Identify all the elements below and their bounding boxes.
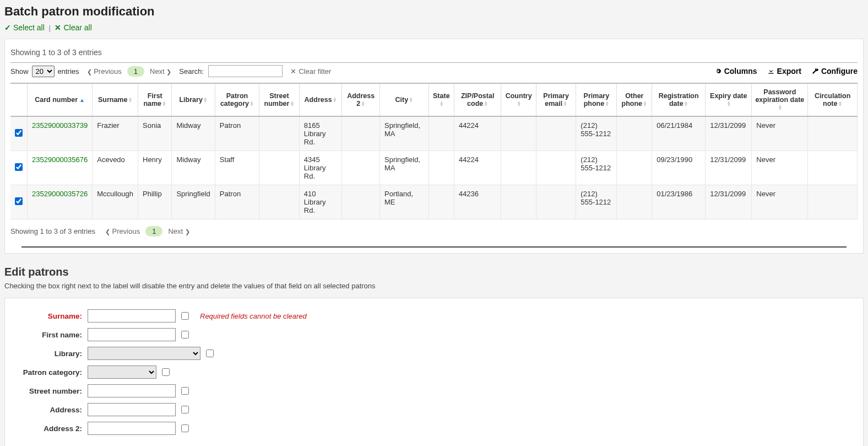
first-name-input[interactable]	[88, 328, 176, 341]
patron-category-label: Patron category:	[16, 368, 82, 377]
header-surname[interactable]: Surname▲▼	[93, 83, 138, 116]
cell-circulation-note	[808, 185, 858, 219]
cell-password-expiration: Never	[752, 116, 808, 151]
cell-address: 8165 Library Rd.	[299, 116, 342, 151]
header-password-expiration[interactable]: Password expiration date▲▼	[752, 83, 808, 116]
wrench-icon	[811, 67, 819, 75]
table-row: 23529000033739FrazierSoniaMidwayPatron81…	[10, 116, 858, 151]
cell-surname: Acevedo	[93, 151, 138, 185]
x-icon: ✕	[55, 23, 61, 32]
library-select[interactable]	[88, 347, 200, 360]
card-number-link[interactable]: 23529000035676	[32, 155, 88, 164]
gear-icon	[714, 67, 722, 75]
next-button-bottom[interactable]: Next ❯	[168, 227, 189, 235]
cell-country	[501, 151, 536, 185]
show-entries-select[interactable]: 20	[32, 66, 55, 77]
sort-icon: ▲▼	[128, 98, 132, 103]
header-zip[interactable]: ZIP/Postal code▲▼	[454, 83, 501, 116]
previous-button[interactable]: ❮ Previous	[87, 67, 122, 76]
header-address-2[interactable]: Address 2▲▼	[342, 83, 380, 116]
select-all-link[interactable]: ✓Select all	[4, 23, 45, 32]
street-number-disable-checkbox[interactable]	[181, 387, 189, 395]
cell-patron-category: Patron	[215, 116, 259, 151]
patrons-table: Card number▲ Surname▲▼ First name▲▼ Libr…	[10, 83, 858, 219]
cell-zip: 44236	[454, 185, 501, 219]
export-button[interactable]: Export	[767, 67, 801, 76]
cell-surname: Mccullough	[93, 185, 138, 219]
next-button[interactable]: Next ❯	[150, 67, 171, 76]
cell-library: Springfield	[172, 185, 215, 219]
cell-state	[428, 151, 454, 185]
card-number-link[interactable]: 23529000035726	[32, 190, 88, 198]
street-number-input[interactable]	[88, 384, 176, 397]
chevron-right-icon: ❯	[166, 68, 171, 75]
address-input[interactable]	[88, 403, 176, 416]
header-patron-category[interactable]: Patron category▲▼	[215, 83, 259, 116]
table-row: 23529000035726McculloughPhillipSpringfie…	[10, 185, 858, 219]
header-street-number[interactable]: Street number▲▼	[259, 83, 300, 116]
clear-all-label: Clear all	[63, 23, 91, 32]
cell-other-phone	[617, 151, 652, 185]
header-address[interactable]: Address▲▼	[299, 83, 342, 116]
cell-address-2	[342, 185, 380, 219]
sort-icon: ▲▼	[643, 101, 647, 107]
cell-patron-category: Patron	[215, 185, 259, 219]
patron-category-disable-checkbox[interactable]	[162, 368, 170, 376]
cell-registration-date: 01/23/1986	[652, 185, 706, 219]
header-registration-date[interactable]: Registration date▲▼	[652, 83, 706, 116]
header-first-name[interactable]: First name▲▼	[138, 83, 172, 116]
configure-button[interactable]: Configure	[811, 67, 858, 76]
cell-zip: 44224	[454, 116, 501, 151]
header-primary-phone[interactable]: Primary phone▲▼	[576, 83, 617, 116]
header-state[interactable]: State▲▼	[428, 83, 454, 116]
cell-address-2	[342, 116, 380, 151]
card-number-link[interactable]: 23529000033739	[32, 121, 88, 130]
search-label: Search:	[179, 67, 204, 76]
header-country[interactable]: Country▲▼	[501, 83, 536, 116]
clear-all-link[interactable]: ✕Clear all	[55, 23, 91, 32]
previous-button-bottom[interactable]: ❮ Previous	[105, 227, 140, 235]
row-checkbox[interactable]	[15, 197, 23, 205]
row-checkbox[interactable]	[15, 129, 23, 137]
chevron-left-icon: ❮	[105, 228, 110, 235]
header-city[interactable]: City▲▼	[380, 83, 429, 116]
cell-city: Springfield, MA	[380, 151, 429, 185]
separator: |	[48, 24, 50, 32]
sort-icon: ▲▼	[361, 101, 365, 107]
header-library[interactable]: Library▲▼	[172, 83, 215, 116]
cell-password-expiration: Never	[752, 185, 808, 219]
cell-address: 410 Library Rd.	[299, 185, 342, 219]
header-checkbox	[10, 83, 28, 116]
address-disable-checkbox[interactable]	[181, 406, 189, 413]
street-number-label: Street number:	[16, 387, 82, 395]
header-circulation-note[interactable]: Circulation note▲▼	[808, 83, 858, 116]
columns-button[interactable]: Columns	[714, 67, 757, 76]
chevron-left-icon: ❮	[87, 68, 92, 75]
cell-circulation-note	[808, 151, 858, 185]
patron-category-select[interactable]	[88, 366, 156, 379]
clear-filter-button[interactable]: ✕Clear filter	[290, 67, 331, 76]
search-input[interactable]	[208, 65, 283, 77]
header-expiry-date[interactable]: Expiry date▲▼	[706, 83, 752, 116]
header-other-phone[interactable]: Other phone▲▼	[617, 83, 652, 116]
cell-first-name: Phillip	[138, 185, 172, 219]
surname-label: Surname:	[16, 312, 82, 320]
surname-disable-checkbox[interactable]	[181, 312, 189, 320]
surname-input[interactable]	[88, 309, 176, 323]
address-2-disable-checkbox[interactable]	[181, 424, 189, 432]
row-checkbox[interactable]	[15, 163, 23, 171]
show-label-prefix: Show	[10, 67, 29, 76]
library-label: Library:	[16, 350, 82, 358]
cell-surname: Frazier	[93, 116, 138, 151]
header-primary-email[interactable]: Primary email▲▼	[536, 83, 576, 116]
chevron-right-icon: ❯	[185, 228, 190, 235]
edit-panel: Edit patrons Checking the box right next…	[4, 260, 864, 446]
cell-expiry-date: 12/31/2099	[706, 116, 752, 151]
first-name-label: First name:	[16, 331, 82, 339]
divider	[21, 246, 847, 248]
library-disable-checkbox[interactable]	[206, 350, 214, 357]
header-card-number[interactable]: Card number▲	[28, 83, 93, 116]
cell-address-2	[342, 151, 380, 185]
address-2-input[interactable]	[88, 422, 176, 435]
first-name-disable-checkbox[interactable]	[181, 331, 189, 338]
